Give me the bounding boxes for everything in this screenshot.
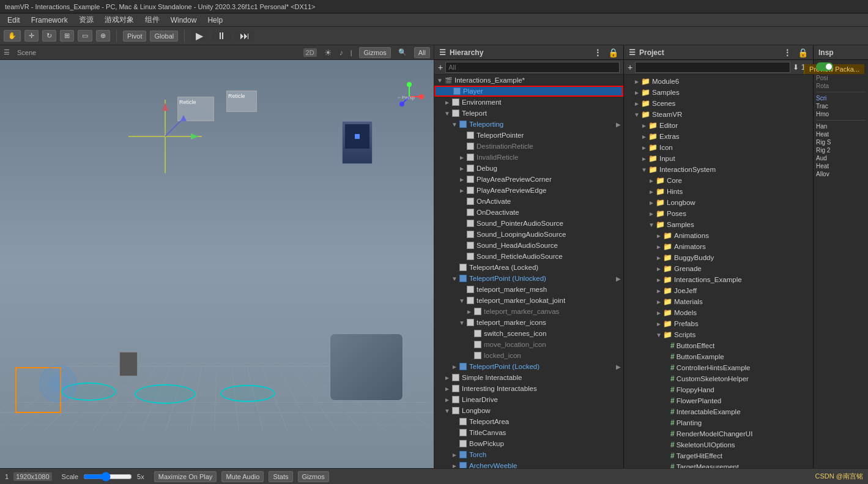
project-item-floppyhand[interactable]: #FloppyHand — [624, 384, 813, 395]
global-button[interactable]: Global — [150, 31, 178, 42]
project-lock[interactable]: 🔒 — [798, 48, 808, 58]
arrow-debug[interactable]: ► — [459, 165, 466, 172]
lighting-toggle[interactable]: ☀ — [324, 48, 332, 58]
project-arrow-icon[interactable]: ► — [641, 144, 648, 151]
inspector-toggle[interactable] — [816, 62, 833, 71]
move-tool[interactable]: ✛ — [24, 30, 39, 42]
project-arrow-hints[interactable]: ► — [648, 188, 656, 195]
project-item-core[interactable]: ►📁Core — [624, 175, 813, 186]
menu-window[interactable]: Window — [166, 15, 202, 26]
project-arrow-joejeff[interactable]: ► — [656, 288, 663, 294]
hierarchy-item-move_location_icon[interactable]: move_location_icon — [434, 339, 623, 350]
project-item-module6[interactable]: ►📁Module6 — [624, 76, 813, 87]
project-arrow-module6[interactable]: ► — [634, 78, 641, 85]
project-arrow-longbow_proj[interactable]: ► — [648, 199, 656, 206]
maximize-on-play-btn[interactable]: Maximize On Play — [154, 471, 217, 482]
project-arrow-buggybuddy[interactable]: ► — [656, 255, 663, 261]
hierarchy-item-interactions_example[interactable]: ▼🎬Interactions_Example* — [434, 75, 623, 86]
project-item-poses[interactable]: ►📁Poses — [624, 208, 813, 219]
hierarchy-item-teleporting[interactable]: ▼Teleporting▶ — [434, 119, 623, 130]
arrow-environment[interactable]: ► — [444, 99, 451, 106]
hierarchy-item-bowpickup[interactable]: BowPickup — [434, 438, 623, 449]
project-arrow-materials[interactable]: ► — [656, 299, 663, 305]
project-item-interactionsystem[interactable]: ▼📁InteractionSystem — [624, 164, 813, 175]
hierarchy-item-player[interactable]: Player — [434, 86, 623, 97]
expand-arrow-teleportpoint_locked[interactable]: ▶ — [616, 363, 621, 370]
project-arrow-scripts[interactable]: ▼ — [656, 332, 663, 338]
pivot-button[interactable]: Pivot — [123, 31, 146, 42]
project-item-models[interactable]: ►📁Models — [624, 307, 813, 318]
hierarchy-item-sound_headaudiosource[interactable]: Sound_HeadAudioSource — [434, 240, 623, 251]
hierarchy-item-simple_interactable[interactable]: ►Simple Interactable — [434, 372, 623, 383]
play-button[interactable]: ▶ — [191, 30, 208, 42]
gizmos-bottom-btn[interactable]: Gizmos — [298, 471, 329, 482]
project-arrow-samples_proj[interactable]: ▼ — [648, 222, 656, 228]
project-arrow-grenade[interactable]: ► — [656, 266, 663, 272]
project-arrow-interactions_example_proj[interactable]: ► — [656, 277, 663, 283]
menu-help[interactable]: Help — [202, 15, 228, 26]
hierarchy-item-switch_scenes_icon[interactable]: switch_scenes_icon — [434, 328, 623, 339]
gizmos-btn[interactable]: Gizmos — [359, 47, 390, 58]
hierarchy-item-invalidreticle[interactable]: ►InvalidReticle — [434, 152, 623, 163]
arrow-teleporting[interactable]: ▼ — [451, 121, 459, 128]
hierarchy-item-locked_icon[interactable]: locked_icon — [434, 350, 623, 361]
menu-gameobject[interactable]: 游戏对象 — [100, 13, 139, 26]
project-arrow-prefabs[interactable]: ► — [656, 321, 663, 327]
arrow-lineardrive[interactable]: ► — [444, 397, 451, 403]
project-item-targetmeasurement[interactable]: #TargetMeasurement — [624, 461, 813, 468]
project-item-materials[interactable]: ►📁Materials — [624, 296, 813, 307]
project-item-input[interactable]: ►📁Input — [624, 153, 813, 164]
arrow-torch[interactable]: ► — [451, 452, 459, 458]
project-arrow-samples[interactable]: ► — [634, 89, 641, 96]
project-arrow-extras[interactable]: ► — [641, 133, 648, 140]
project-menu[interactable]: ⋮ — [783, 48, 792, 58]
project-search-input[interactable] — [635, 62, 790, 73]
hierarchy-item-sound_reticleaudiosource[interactable]: Sound_ReticleAudioSource — [434, 251, 623, 262]
project-item-buggybuddy[interactable]: ►📁BuggyBuddy — [624, 252, 813, 263]
hand-tool[interactable]: ✋ — [4, 30, 21, 42]
project-item-hints[interactable]: ►📁Hints — [624, 186, 813, 197]
project-list[interactable]: ►📁Module6►📁Samples►📁Scenes▼📁SteamVR►📁Edi… — [624, 75, 813, 468]
hierarchy-item-teleport_marker_canvas[interactable]: ►teleport_marker_canvas — [434, 306, 623, 317]
project-item-buttoneffect[interactable]: #ButtonEffect — [624, 340, 813, 351]
arrow-invalidreticle[interactable]: ► — [459, 154, 466, 161]
scale-tool[interactable]: ⊞ — [60, 30, 74, 42]
project-arrow-input[interactable]: ► — [641, 155, 648, 162]
project-arrow-animators[interactable]: ► — [656, 244, 663, 250]
view-mode[interactable]: 2D — [303, 48, 317, 57]
project-item-buttonexample[interactable]: #ButtonExample — [624, 351, 813, 362]
mute-audio-btn[interactable]: Mute Audio — [221, 471, 264, 482]
arrow-teleport_marker_canvas[interactable]: ► — [466, 308, 473, 315]
hierarchy-search-input[interactable] — [445, 62, 620, 73]
scale-slider[interactable] — [83, 472, 132, 482]
hierarchy-item-teleportarea_locked[interactable]: TeleportArea (Locked) — [434, 262, 623, 273]
menu-component[interactable]: 组件 — [140, 13, 165, 26]
arrow-archeryweeble[interactable]: ► — [451, 463, 459, 469]
arrow-teleportpoint_unlocked[interactable]: ▼ — [451, 275, 459, 282]
project-item-samples[interactable]: ►📁Samples — [624, 87, 813, 98]
menu-edit[interactable]: Edit — [2, 15, 25, 26]
project-item-planting[interactable]: #Planting — [624, 417, 813, 428]
hierarchy-item-torch[interactable]: ►Torch — [434, 449, 623, 460]
arrow-teleport[interactable]: ▼ — [444, 110, 451, 117]
project-arrow-models[interactable]: ► — [656, 310, 663, 316]
hierarchy-item-lineardrive[interactable]: ►LinearDrive — [434, 394, 623, 405]
project-arrow-steamvr[interactable]: ▼ — [634, 111, 641, 118]
arrow-playareapreviewedge[interactable]: ► — [459, 187, 466, 194]
project-arrow-scenes[interactable]: ► — [634, 100, 641, 107]
hierarchy-item-longbow[interactable]: ▼Longbow — [434, 405, 623, 416]
stats-btn[interactable]: Stats — [269, 471, 292, 482]
hierarchy-lock[interactable]: 🔒 — [608, 48, 618, 58]
project-item-prefabs[interactable]: ►📁Prefabs — [624, 318, 813, 329]
project-item-customskeletonhelper[interactable]: #CustomSkeletonHelper — [624, 373, 813, 384]
hierarchy-menu[interactable]: ⋮ — [593, 48, 602, 58]
hierarchy-item-environment[interactable]: ►Environment — [434, 97, 623, 108]
project-item-flowerplanted[interactable]: #FlowerPlanted — [624, 395, 813, 406]
expand-arrow-teleportpoint_unlocked[interactable]: ▶ — [616, 275, 621, 282]
rotate-tool[interactable]: ↻ — [42, 30, 56, 42]
hierarchy-item-interesting_interactables[interactable]: ►Interesting Interactables — [434, 383, 623, 394]
audio-toggle[interactable]: ♪ — [339, 48, 343, 57]
transform-tool[interactable]: ⊕ — [96, 30, 110, 42]
hierarchy-item-teleportpoint_unlocked[interactable]: ▼TeleportPoint (Unlocked)▶ — [434, 273, 623, 284]
hierarchy-item-teleport[interactable]: ▼Teleport — [434, 108, 623, 119]
